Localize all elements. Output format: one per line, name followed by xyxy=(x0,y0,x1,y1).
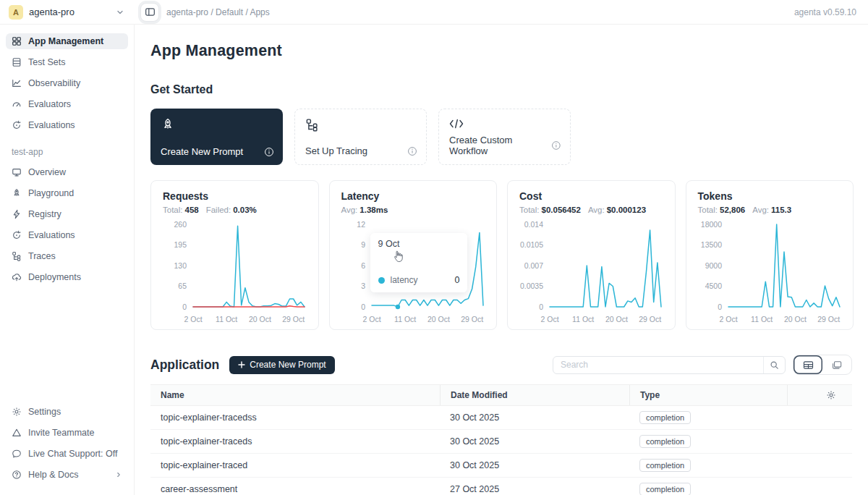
svg-text:0.0035: 0.0035 xyxy=(520,282,543,290)
sidebar-item-label: Invite Teammate xyxy=(28,428,94,438)
sidebar-item-invite-teammate[interactable]: Invite Teammate xyxy=(6,425,128,441)
table-row[interactable]: topic-explainer-traceds 30 Oct 2025 comp… xyxy=(150,430,852,454)
chevron-down-icon xyxy=(116,8,124,17)
workspace-name: agenta-pro xyxy=(29,7,110,17)
svg-text:0: 0 xyxy=(539,302,543,311)
sidebar-collapse-button[interactable] xyxy=(140,3,159,22)
workspace-switcher[interactable]: A agenta-pro xyxy=(0,5,135,20)
chart-title: Requests xyxy=(163,190,308,202)
breadcrumb[interactable]: agenta-pro / Default / Apps xyxy=(166,7,270,17)
chevron-right-icon xyxy=(115,471,122,478)
info-icon[interactable] xyxy=(407,146,417,156)
sidebar-item-evaluators[interactable]: Evaluators xyxy=(6,96,128,112)
monitor-icon xyxy=(12,167,22,177)
info-icon[interactable] xyxy=(264,147,274,157)
panel-icon xyxy=(145,7,156,17)
svg-text:0.014: 0.014 xyxy=(524,220,543,229)
sidebar-item-registry[interactable]: Registry xyxy=(6,206,128,222)
gear-icon xyxy=(12,407,22,417)
create-new-prompt-button[interactable]: Create New Prompt xyxy=(229,356,334,374)
row-menu-icon[interactable] xyxy=(833,460,836,470)
svg-text:11 Oct: 11 Oct xyxy=(572,315,594,323)
table-row[interactable]: career-assessment 27 Oct 2025 completion xyxy=(150,478,852,495)
sidebar-item-traces[interactable]: Traces xyxy=(6,248,128,264)
sidebar-item-label: Overview xyxy=(28,167,66,177)
row-menu-icon[interactable] xyxy=(833,484,836,494)
sidebar-item-label: Registry xyxy=(28,209,61,219)
sidebar-item-observability[interactable]: Observability xyxy=(6,75,128,91)
search-box xyxy=(553,356,786,374)
sidebar-item-settings[interactable]: Settings xyxy=(6,404,128,420)
svg-text:9: 9 xyxy=(361,240,365,249)
series-dot xyxy=(378,277,385,284)
chart-stat: Avg:1.38ms xyxy=(341,206,388,214)
app-date: 27 Oct 2025 xyxy=(440,484,629,494)
column-settings-gear-icon[interactable] xyxy=(826,390,836,400)
info-icon[interactable] xyxy=(551,140,561,151)
app-name: topic-explainer-traceds xyxy=(150,436,440,447)
sidebar-item-label: Observability xyxy=(28,78,80,88)
tokens-chart: 04500900013500180002 Oct11 Oct20 Oct29 O… xyxy=(698,219,843,326)
svg-text:12: 12 xyxy=(357,220,365,229)
set-up-tracing-card[interactable]: Set Up Tracing xyxy=(294,109,427,165)
sidebar-item-app-management[interactable]: App Management xyxy=(6,33,128,49)
table-view-button[interactable] xyxy=(793,355,822,374)
type-badge: completion xyxy=(639,483,691,495)
tooltip-date: 9 Oct xyxy=(378,239,459,249)
sidebar-item-help-docs[interactable]: Help & Docs xyxy=(6,467,128,483)
cloud-up-icon xyxy=(12,272,22,282)
table-row[interactable]: topic-explainer-traced 30 Oct 2025 compl… xyxy=(150,454,852,478)
card-view-button[interactable] xyxy=(822,355,851,374)
row-menu-icon[interactable] xyxy=(833,436,836,447)
code-icon xyxy=(449,118,464,130)
svg-text:0: 0 xyxy=(718,302,722,311)
tooltip-value: 0 xyxy=(455,275,460,285)
sidebar-item-overview[interactable]: Overview xyxy=(6,164,128,180)
svg-text:130: 130 xyxy=(174,261,187,270)
svg-text:260: 260 xyxy=(174,220,187,229)
sidebar-item-playground[interactable]: Playground xyxy=(6,185,128,201)
svg-text:2 Oct: 2 Oct xyxy=(362,315,380,323)
sidebar-item-label: App Management xyxy=(28,36,103,46)
invite-icon xyxy=(12,428,22,438)
sidebar-item-evaluations[interactable]: Evaluations xyxy=(6,117,128,133)
sidebar-item-label: Traces xyxy=(28,251,56,261)
lightning-icon xyxy=(12,209,22,219)
search-button[interactable] xyxy=(763,357,785,373)
table-row[interactable]: topic-explainer-tracedss 30 Oct 2025 com… xyxy=(150,406,852,430)
workspace-avatar: A xyxy=(9,5,23,20)
chart-tooltip: 9 Oct latency 0 xyxy=(370,233,467,292)
sidebar-item-label: Deployments xyxy=(28,272,81,282)
card-label: Set Up Tracing xyxy=(305,145,367,156)
svg-text:29 Oct: 29 Oct xyxy=(639,315,661,323)
help-circle-icon xyxy=(12,470,22,480)
type-badge: completion xyxy=(639,459,691,472)
sidebar-item-deployments[interactable]: Deployments xyxy=(6,269,128,285)
sidebar-group-label: test-app xyxy=(12,147,128,157)
column-header-date-modified: Date Modified xyxy=(440,385,629,405)
metrics-charts: Requests Total:458 Failed:0.03% 06513019… xyxy=(150,180,852,330)
create-custom-workflow-card[interactable]: Create Custom Workflow xyxy=(438,109,571,165)
search-icon xyxy=(770,360,779,370)
svg-text:0: 0 xyxy=(182,302,187,311)
tooltip-series-name: latency xyxy=(391,275,418,285)
svg-text:29 Oct: 29 Oct xyxy=(461,315,483,323)
sidebar: App Management Test Sets Observability E… xyxy=(0,25,135,495)
sidebar-item-test-sets[interactable]: Test Sets xyxy=(6,54,128,70)
sidebar-item-evaluations-app[interactable]: Evaluations xyxy=(6,227,128,243)
svg-text:2 Oct: 2 Oct xyxy=(540,315,558,323)
refresh-circle-icon xyxy=(12,120,22,130)
create-new-prompt-card[interactable]: Create New Prompt xyxy=(150,109,283,165)
sidebar-item-live-chat[interactable]: Live Chat Support: Off xyxy=(6,446,128,462)
tooltip-series-row: latency 0 xyxy=(378,275,460,285)
svg-text:9000: 9000 xyxy=(705,261,722,270)
search-input[interactable] xyxy=(553,360,763,370)
svg-text:11 Oct: 11 Oct xyxy=(394,315,416,323)
type-badge: completion xyxy=(639,435,691,448)
line-chart-icon xyxy=(12,78,22,88)
row-menu-icon[interactable] xyxy=(833,412,836,423)
card-label: Create Custom Workflow xyxy=(449,135,551,156)
svg-text:195: 195 xyxy=(174,240,187,249)
svg-text:0.007: 0.007 xyxy=(524,261,543,270)
column-header-name: Name xyxy=(150,390,440,400)
